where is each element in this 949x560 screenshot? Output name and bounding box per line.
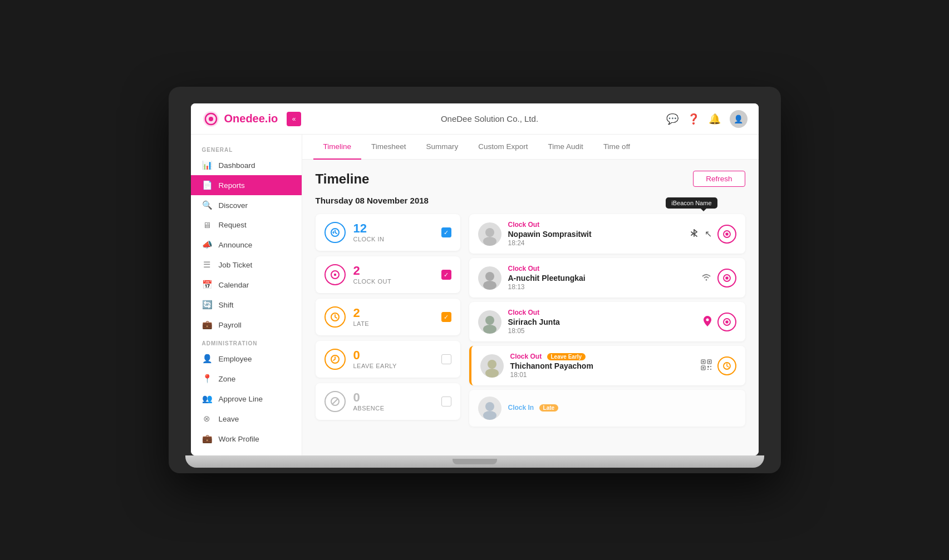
clock-out-checkbox[interactable]: ✓ (441, 270, 451, 280)
sidebar-label-job-ticket: Job Ticket (219, 261, 253, 269)
clock-out-icon (324, 264, 346, 285)
avatar-sirirach (478, 310, 501, 334)
stat-clock-out: 2 CLOCK OUT ✓ (316, 256, 460, 293)
svg-point-25 (485, 369, 499, 378)
svg-point-11 (485, 228, 494, 237)
event-actions-nopawin: ↖ (689, 225, 736, 244)
event-anuchit: Clock Out A-nuchit Pleetungkai 18:13 (469, 258, 745, 298)
clock-out-btn-thichanont[interactable] (717, 356, 736, 375)
avatar-nopawin (478, 222, 501, 246)
event-info-nopawin: Clock Out Nopawin Somprasitwit 18:24 (508, 221, 682, 247)
sidebar-item-dashboard[interactable]: 📊 Dashboard (191, 155, 302, 175)
late-label: LATE (353, 320, 434, 327)
event-info-partial: Clock In Late (508, 404, 736, 413)
event-info-anuchit: Clock Out A-nuchit Pleetungkai 18:13 (508, 265, 694, 291)
sidebar-label-announce: Announce (219, 241, 253, 249)
timeline-columns: 12 CLOCK IN ✓ (316, 214, 745, 427)
discover-icon: 🔍 (202, 200, 212, 210)
svg-rect-35 (710, 369, 711, 370)
sidebar-item-request[interactable]: 🖥 Request (191, 215, 302, 235)
payroll-icon: 💼 (202, 320, 212, 330)
svg-rect-29 (709, 361, 710, 363)
work-profile-icon: 💼 (202, 434, 212, 444)
event-actions-sirirach (703, 313, 736, 331)
zone-icon: 📍 (202, 374, 212, 384)
stat-late: 2 LATE ✓ (316, 299, 460, 335)
refresh-button[interactable]: Refresh (693, 171, 745, 187)
absence-label: ABSENCE (353, 405, 434, 412)
sidebar-item-discover[interactable]: 🔍 Discover (191, 195, 302, 215)
clock-in-info: 12 CLOCK IN (353, 222, 434, 242)
sidebar-item-job-ticket[interactable]: ☰ Job Ticket (191, 255, 302, 275)
clock-in-checkbox[interactable]: ✓ (441, 227, 451, 237)
logo-icon (202, 110, 220, 128)
sidebar-item-shift[interactable]: 🔄 Shift (191, 295, 302, 315)
shift-icon: 🔄 (202, 300, 212, 310)
sidebar-item-approve-line[interactable]: 👥 Approve Line (191, 389, 302, 409)
svg-point-15 (485, 272, 494, 281)
dashboard-icon: 📊 (202, 160, 212, 170)
main-content: Timeline Timesheet Summary Custom Export… (302, 135, 759, 455)
app-container: Onedee.io « OneDee Solution Co., Ltd. 💬 … (191, 103, 759, 455)
tab-time-off[interactable]: Time off (593, 135, 640, 160)
event-sirirach: Clock Out Sirirach Junta 18:05 (469, 302, 745, 341)
tab-timesheet[interactable]: Timesheet (361, 135, 416, 160)
sidebar-label-employee: Employee (219, 355, 252, 363)
sidebar-label-approve-line: Approve Line (219, 395, 263, 403)
user-avatar[interactable]: 👤 (730, 110, 748, 128)
sidebar-item-announce[interactable]: 📣 Announce (191, 235, 302, 255)
event-type-sirirach: Clock Out (508, 309, 696, 316)
sidebar-label-discover: Discover (219, 201, 248, 210)
sidebar-item-work-profile[interactable]: 💼 Work Profile (191, 429, 302, 449)
content-area: Timeline Refresh Thursday 08 November 20… (302, 160, 759, 455)
late-checkbox[interactable]: ✓ (441, 312, 451, 322)
collapse-sidebar-button[interactable]: « (287, 112, 301, 126)
chat-button[interactable]: 💬 (666, 113, 678, 125)
help-button[interactable]: ❓ (687, 113, 700, 125)
laptop-notch (453, 459, 497, 464)
sidebar-item-calendar[interactable]: 📅 Calendar (191, 275, 302, 295)
request-icon: 🖥 (202, 220, 212, 230)
tabs-bar: Timeline Timesheet Summary Custom Export… (302, 135, 759, 160)
svg-point-37 (485, 402, 494, 411)
svg-point-20 (483, 325, 496, 334)
events-column: iBeacon Name Clock Out Nopawin Somprasit… (469, 214, 745, 427)
avatar-thichanont (480, 354, 504, 378)
sidebar-item-zone[interactable]: 📍 Zone (191, 369, 302, 389)
svg-rect-14 (725, 232, 728, 235)
tab-custom-export[interactable]: Custom Export (468, 135, 538, 160)
sidebar-label-leave: Leave (219, 415, 239, 423)
clock-out-btn-sirirach[interactable] (717, 313, 736, 331)
event-name-anuchit: A-nuchit Pleetungkai (508, 274, 694, 283)
sidebar-item-leave[interactable]: ⊗ Leave (191, 409, 302, 429)
clock-out-btn-anuchit[interactable] (717, 269, 736, 288)
clock-in-icon (324, 222, 346, 243)
absence-checkbox[interactable] (441, 397, 451, 407)
sidebar-item-employee[interactable]: 👤 Employee (191, 349, 302, 369)
employee-icon: 👤 (202, 354, 212, 364)
top-header: Onedee.io « OneDee Solution Co., Ltd. 💬 … (191, 103, 759, 135)
event-time-sirirach: 18:05 (508, 327, 696, 335)
avatar-partial (478, 397, 501, 420)
sidebar-label-calendar: Calendar (219, 281, 249, 289)
tab-time-audit[interactable]: Time Audit (538, 135, 593, 160)
absence-number: 0 (353, 391, 434, 404)
notifications-button[interactable]: 🔔 (709, 113, 721, 125)
clock-out-btn-nopawin[interactable] (717, 225, 736, 244)
leave-early-number: 0 (353, 349, 434, 361)
tab-summary[interactable]: Summary (416, 135, 469, 160)
leave-early-checkbox[interactable] (441, 354, 451, 364)
svg-rect-34 (707, 369, 709, 370)
ibeacon-tooltip: iBeacon Name (666, 197, 717, 209)
event-type-thichanont: Clock Out Leave Early (510, 353, 694, 360)
leave-early-icon (324, 349, 346, 370)
event-type-anuchit: Clock Out (508, 265, 694, 272)
event-nopawin: iBeacon Name Clock Out Nopawin Somprasit… (469, 214, 745, 254)
sidebar-item-reports[interactable]: 📄 Reports (191, 175, 302, 195)
bluetooth-icon (689, 228, 699, 240)
sidebar-item-payroll[interactable]: 💼 Payroll (191, 315, 302, 335)
tab-timeline[interactable]: Timeline (313, 135, 362, 160)
event-name-nopawin: Nopawin Somprasitwit (508, 230, 682, 239)
location-pin-icon (703, 315, 712, 329)
svg-rect-31 (702, 367, 704, 369)
